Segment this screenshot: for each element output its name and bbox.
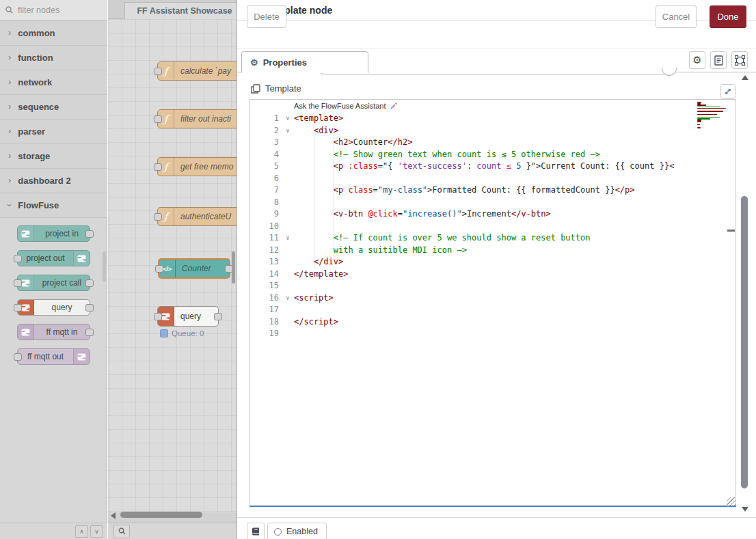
- chevron-right-icon: ›: [8, 77, 11, 87]
- line-number: 13: [250, 256, 282, 268]
- code-text: [294, 197, 736, 209]
- fold-toggle-icon[interactable]: ∨: [282, 292, 294, 305]
- canvas-node-query[interactable]: query: [157, 306, 219, 327]
- editor-resize-handle[interactable]: [727, 497, 735, 506]
- palette-category-sequence[interactable]: ›sequence: [0, 95, 107, 120]
- done-button[interactable]: Done: [710, 5, 746, 28]
- input-port: [14, 279, 22, 287]
- code-line: 13 </div>: [250, 256, 736, 268]
- palette-category-common[interactable]: ›common: [0, 21, 107, 46]
- tab-properties-label: Properties: [263, 57, 307, 68]
- fold-toggle-icon[interactable]: ∨: [282, 113, 294, 125]
- appearance-tab-button[interactable]: [731, 51, 748, 69]
- fold-gutter: [282, 161, 294, 173]
- palette-node-query[interactable]: query: [17, 299, 90, 316]
- fold-gutter: [282, 173, 294, 185]
- scroll-up-arrow-icon[interactable]: [742, 75, 748, 80]
- dialog-scrollbar-thumb[interactable]: [741, 196, 748, 488]
- template-glyph: </>: [163, 265, 171, 273]
- canvas-vscrollbar-thumb[interactable]: [232, 251, 235, 284]
- fold-toggle-icon[interactable]: ∨: [282, 125, 294, 137]
- palette-node-label: project in: [34, 229, 90, 238]
- fold-gutter: [282, 268, 294, 281]
- line-number: 3: [250, 137, 282, 149]
- properties-tab-button[interactable]: ⚙: [689, 51, 705, 69]
- fold-toggle-icon[interactable]: ∨: [282, 232, 294, 245]
- minimap-line: [697, 107, 720, 108]
- palette-search[interactable]: [0, 0, 107, 20]
- chevron-right-icon: ›: [8, 27, 11, 38]
- canvas-node-authenticateu[interactable]: ƒauthenticateU: [157, 207, 237, 226]
- expand-all-button[interactable]: ∨: [90, 525, 103, 538]
- docs-button[interactable]: [247, 523, 265, 539]
- canvas-node-get-free-memo[interactable]: ƒget free memo: [157, 157, 237, 176]
- delete-button[interactable]: Delete: [247, 5, 286, 28]
- input-port: [154, 68, 162, 75]
- navigator-button[interactable]: [113, 525, 130, 538]
- canvas-footer: [108, 523, 237, 539]
- code-text: <div>: [294, 125, 736, 137]
- scroll-down-arrow-icon[interactable]: [742, 507, 748, 512]
- canvas-hscrollbar-thumb[interactable]: [120, 512, 202, 518]
- code-text: [294, 221, 736, 233]
- code-line: 8: [250, 197, 736, 209]
- fold-gutter: [282, 316, 294, 329]
- code-line: 1∨<template>: [250, 113, 736, 125]
- dialog-footer: Enabled: [237, 517, 756, 539]
- tab-properties[interactable]: ⚙ Properties: [241, 51, 368, 73]
- code-text: [294, 280, 736, 292]
- palette-node-project-in[interactable]: project in: [17, 225, 90, 242]
- chevron-down-icon: ›: [5, 204, 15, 206]
- code-line: 12 with a suitible MDI icon —>: [250, 245, 736, 257]
- expand-editor-button[interactable]: [720, 84, 735, 99]
- flow-canvas[interactable]: FF Assistant Showcase ƒcalculate `payƒfi…: [108, 0, 237, 539]
- canvas-grid[interactable]: ƒcalculate `payƒfilter out inactiƒget fr…: [108, 19, 237, 512]
- canvas-node-calculate-pay[interactable]: ƒcalculate `pay: [157, 61, 237, 81]
- enabled-toggle-button[interactable]: Enabled: [267, 523, 327, 539]
- canvas-node-label: authenticateU: [174, 212, 237, 221]
- assistant-hint[interactable]: Ask the FlowFuse Assistant: [294, 102, 398, 110]
- line-number: 9: [250, 208, 282, 221]
- palette-category-storage[interactable]: ›storage: [0, 144, 107, 169]
- code-line: 18</script>: [250, 316, 736, 329]
- palette-node-project-call[interactable]: project call: [17, 275, 90, 291]
- fold-gutter: [282, 256, 294, 268]
- input-port: [155, 265, 163, 273]
- palette-category-label: network: [18, 77, 52, 87]
- input-port: [14, 255, 22, 262]
- palette-categories: ›common›function›network›sequence›parser…: [0, 21, 107, 218]
- output-port: [85, 304, 94, 312]
- fold-gutter: [282, 328, 294, 340]
- minimap[interactable]: [697, 102, 729, 130]
- palette-category-function[interactable]: ›function: [0, 46, 107, 70]
- chevron-right-icon: ›: [8, 175, 11, 185]
- palette-scrollbar-thumb[interactable]: [103, 251, 106, 281]
- palette-node-ff-mqtt-out[interactable]: ff mqtt out: [17, 348, 90, 365]
- code-line: 17: [250, 304, 736, 316]
- palette-category-dashboard-2[interactable]: ›dashboard 2: [0, 169, 107, 193]
- palette-category-network[interactable]: ›network: [0, 70, 107, 95]
- description-tab-button[interactable]: [710, 51, 727, 69]
- palette-node-ff-mqtt-in[interactable]: ff mqtt in: [17, 324, 90, 340]
- code-editor[interactable]: Ask the FlowFuse Assistant 1∨<template>2…: [249, 99, 736, 507]
- code-line: 5 <p :class="{ 'text-success': count ≤ 5…: [250, 161, 736, 173]
- canvas-node-filter-out-inacti[interactable]: ƒfilter out inacti: [157, 109, 237, 128]
- minimap-line: [697, 114, 717, 115]
- minimap-line: [697, 127, 701, 128]
- line-number: 16: [250, 292, 282, 305]
- chevron-right-icon: ›: [8, 52, 11, 62]
- hscroll-left-arrow-icon[interactable]: [111, 512, 116, 519]
- template-field-row: Template: [251, 83, 301, 94]
- palette-category-label: storage: [18, 151, 50, 161]
- palette-node-project-out[interactable]: project out: [17, 250, 90, 266]
- canvas-node-label: query: [174, 312, 218, 321]
- flow-tab[interactable]: FF Assistant Showcase: [124, 2, 237, 19]
- collapse-all-button[interactable]: ∧: [75, 525, 88, 538]
- palette-category-parser[interactable]: ›parser: [0, 120, 107, 144]
- output-port: [85, 279, 94, 287]
- canvas-node-counter[interactable]: </>Counter: [158, 258, 230, 279]
- input-port: [154, 115, 162, 123]
- line-number: 11: [250, 232, 282, 245]
- cancel-button[interactable]: Cancel: [656, 5, 697, 28]
- search-input[interactable]: [16, 5, 94, 16]
